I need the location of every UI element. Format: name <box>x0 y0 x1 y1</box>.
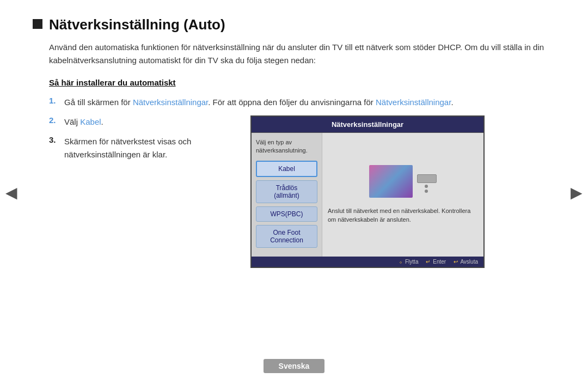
tv-footer: ⬦ Flytta ↵ Enter ↩ Avsluta <box>252 257 483 267</box>
tv-footer-enter-label: Enter <box>433 259 446 265</box>
tv-screen: Nätverksinställningar Välj en typ av nät… <box>250 115 485 268</box>
step-1-link2: Nätverksinställningar <box>376 97 451 107</box>
title-square-icon <box>33 19 42 29</box>
nav-arrow-left[interactable]: ◀ <box>5 183 17 201</box>
step-1-text: Gå till skärmen för Nätverksinställninga… <box>64 96 454 109</box>
step-1-text-end: . <box>451 97 453 107</box>
step-1: 1. Gå till skärmen för Nätverksinställni… <box>49 96 544 109</box>
tv-image <box>369 165 413 198</box>
title-row: Nätverksinställning (Auto) <box>33 16 544 33</box>
tv-title-bar: Nätverksinställningar <box>252 117 483 133</box>
enter-icon: ↵ <box>426 259 430 265</box>
tv-btn-kabel[interactable]: Kabel <box>256 161 317 177</box>
steps-container: 1. Gå till skärmen för Nätverksinställni… <box>49 96 544 268</box>
two-col-layout: 2. Välj Kabel. 3. Skärmen för nätverkste… <box>49 115 544 268</box>
step-2-number: 2. <box>49 115 64 129</box>
exit-icon: ↩ <box>454 259 458 265</box>
step-1-number: 1. <box>49 96 64 109</box>
step-2: 2. Välj Kabel. <box>49 115 234 129</box>
tv-body: Välj en typ av nätverksanslutning. Kabel… <box>252 133 483 257</box>
bottom-bar: Svenska <box>0 359 588 373</box>
step-2-text: Välj Kabel. <box>64 115 103 129</box>
step-3-text: Skärmen för nätverkstest visas och nätve… <box>64 135 234 161</box>
tv-footer-enter: ↵ Enter <box>426 259 446 265</box>
tv-btn-wps[interactable]: WPS(PBC) <box>256 206 317 222</box>
language-button[interactable]: Svenska <box>264 359 325 373</box>
tv-footer-move-label: Flytta <box>405 259 418 265</box>
tv-subtitle: Välj en typ av nätverksanslutning. <box>256 138 317 155</box>
tv-right-panel: Anslut till nätverket med en nätverkskab… <box>322 133 483 257</box>
tv-footer-exit-label: Avsluta <box>460 259 478 265</box>
tv-btn-onefoot[interactable]: One FootConnection <box>256 225 317 248</box>
page-container: ◀ ▶ Nätverksinställning (Auto) Använd de… <box>0 0 588 384</box>
step-2-text-prefix: Välj <box>64 117 80 126</box>
page-title: Nätverksinställning (Auto) <box>49 16 225 33</box>
left-col: 2. Välj Kabel. 3. Skärmen för nätverkste… <box>49 115 234 268</box>
sub-heading: Så här installerar du automatiskt <box>49 78 544 87</box>
step-1-link1: Nätverksinställningar <box>133 97 208 107</box>
tv-btn-tradlos[interactable]: Trådlös(allmänt) <box>256 180 317 203</box>
step-3: 3. Skärmen för nätverkstest visas och nä… <box>49 135 234 161</box>
tv-ui-container: Nätverksinställningar Välj en typ av nät… <box>250 115 544 268</box>
move-icon: ⬦ <box>399 259 402 265</box>
tv-left-panel: Välj en typ av nätverksanslutning. Kabel… <box>252 133 322 257</box>
step-1-text-mid: . För att öppna den följer du anvisninga… <box>208 97 376 107</box>
nav-arrow-right[interactable]: ▶ <box>571 183 583 201</box>
step-3-number: 3. <box>49 135 64 161</box>
body-text: Använd den automatiska funktionen för nä… <box>49 41 544 67</box>
tv-description: Anslut till nätverket med en nätverkskab… <box>328 206 478 224</box>
step-2-text-end: . <box>101 117 103 126</box>
tv-footer-move: ⬦ Flytta <box>399 259 418 265</box>
step-2-link: Kabel <box>80 117 101 126</box>
step-1-text-prefix: Gå till skärmen för <box>64 97 133 107</box>
tv-footer-exit: ↩ Avsluta <box>454 259 478 265</box>
